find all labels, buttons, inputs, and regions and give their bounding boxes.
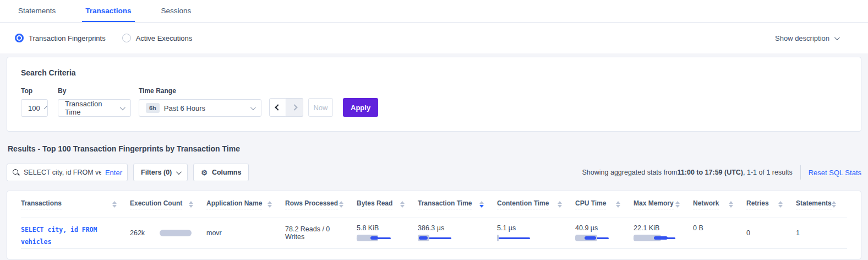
max-memory-bar [634,235,693,241]
cell-contention-time: 5.1 µs [497,218,575,248]
time-range-value: Past 6 Hours [164,104,205,112]
cell-max-memory: 22.1 KiB [634,218,693,248]
column-header-transactions[interactable]: Transactions [21,191,130,218]
table-row: SELECT city, id FROM vehicles 262k movr … [21,218,847,249]
cell-statements: 1 [796,218,847,248]
contention-time-bar [497,235,575,241]
sort-icon [729,201,733,208]
sort-icon [189,201,193,208]
column-header-bytes-read[interactable]: Bytes Read [357,191,418,218]
column-header-execution-count[interactable]: Execution Count [130,191,206,218]
cpu-time-bar [575,235,634,241]
chevron-down-icon [250,105,256,110]
tab-transactions[interactable]: Transactions [82,1,134,22]
transactions-table: Transactions Execution Count Application… [7,191,861,259]
show-description-label: Show description [775,34,829,42]
column-header-cpu-time[interactable]: CPU Time [575,191,634,218]
sort-icon [675,201,680,208]
cell-cpu-time: 40.9 µs [575,218,634,248]
transaction-time-bar [418,235,497,241]
stats-prefix: Showing aggregated stats from [582,169,678,176]
column-header-retries[interactable]: Retries [746,191,796,218]
radio-active-executions[interactable]: Active Executions [122,34,193,42]
radio-transaction-fingerprints[interactable]: Transaction Fingerprints [15,34,106,42]
show-description-toggle[interactable]: Show description [775,34,838,42]
radio-label: Transaction Fingerprints [29,34,106,42]
columns-label: Columns [212,169,241,176]
table-header-row: Transactions Execution Count Application… [21,191,847,218]
cell-transaction-time: 386.3 µs [418,218,497,248]
time-range-select[interactable]: 6h Past 6 Hours [139,99,261,117]
results-heading: Results - Top 100 Transaction Fingerprin… [8,144,868,153]
cell-network: 0 B [693,218,746,248]
tab-sessions[interactable]: Sessions [158,1,195,22]
search-criteria-panel: Search Criteria Top 100 By Transaction T… [7,57,861,132]
by-label: By [58,87,139,95]
tab-statements[interactable]: Statements [15,1,59,22]
now-button[interactable]: Now [308,98,333,117]
column-header-max-memory[interactable]: Max Memory [634,191,693,218]
top-label: Top [21,87,58,95]
chevron-down-icon [176,169,182,175]
cell-retries: 0 [746,218,796,248]
radio-selected-icon [15,34,24,42]
cell-execution-count: 262k [130,218,206,248]
cell-rows-processed: 78.2 Reads / 0 Writes [285,218,357,248]
sort-icon [616,201,620,208]
divider [800,165,801,180]
tab-bar: Statements Transactions Sessions [0,0,868,23]
filters-label: Filters (0) [141,169,172,176]
stats-range: 11:00 to 17:59 (UTC) [678,169,743,176]
by-select-value: Transaction Time [65,100,116,116]
chevron-left-icon [275,104,281,110]
column-header-application-name[interactable]: Application Name [206,191,285,218]
sort-icon [558,201,562,208]
column-header-contention-time[interactable]: Contention Time [497,191,575,218]
chevron-down-icon [120,105,125,110]
cell-bytes-read: 5.8 KiB [357,218,418,248]
columns-button[interactable]: ⚙ Columns [193,164,249,181]
by-select[interactable]: Transaction Time [58,99,131,117]
search-box[interactable]: Enter [7,164,128,181]
sort-icon [832,201,836,208]
filters-button[interactable]: Filters (0) [133,164,188,181]
sort-icon [112,201,117,208]
time-range-label: Time Range [139,87,261,95]
sort-icon [778,201,783,208]
search-criteria-title: Search Criteria [21,68,847,77]
view-toggle-bar: Transaction Fingerprints Active Executio… [0,23,868,53]
search-input[interactable] [24,169,101,176]
sort-desc-icon [479,201,484,208]
column-header-rows-processed[interactable]: Rows Processed [285,191,357,218]
next-time-range-button[interactable] [286,98,303,117]
chevron-down-icon [44,106,47,109]
bytes-read-bar [357,235,418,241]
enter-hint[interactable]: Enter [105,169,122,177]
stats-suffix: , 1-1 of 1 results [743,169,793,176]
column-header-transaction-time[interactable]: Transaction Time [418,191,497,218]
reset-sql-stats-link[interactable]: Reset SQL Stats [809,169,861,177]
results-toolbar: Enter Filters (0) ⚙ Columns Showing aggr… [7,164,861,181]
execution-count-bar [160,230,192,236]
radio-unselected-icon [122,34,131,42]
cell-application-name: movr [206,218,285,248]
column-header-network[interactable]: Network [693,191,746,218]
previous-time-range-button[interactable] [269,98,286,117]
chevron-right-icon [291,104,297,110]
top-select[interactable]: 100 [21,99,48,117]
time-range-badge: 6h [146,103,160,113]
chevron-down-icon [834,35,840,40]
gear-icon: ⚙ [201,169,208,176]
sort-icon [400,201,405,208]
apply-button[interactable]: Apply [343,98,378,117]
cell-transaction: SELECT city, id FROM vehicles [21,218,130,248]
aggregated-stats-text: Showing aggregated stats from 11:00 to 1… [582,169,793,176]
transaction-fingerprint-link[interactable]: SELECT city, id FROM vehicles [21,224,112,248]
sort-icon [268,201,272,208]
sort-icon [339,201,343,208]
radio-label: Active Executions [136,34,193,42]
column-header-statements[interactable]: Statements [796,191,847,218]
time-range-arrows [269,98,303,117]
top-select-value: 100 [28,104,40,112]
search-icon [12,169,20,176]
